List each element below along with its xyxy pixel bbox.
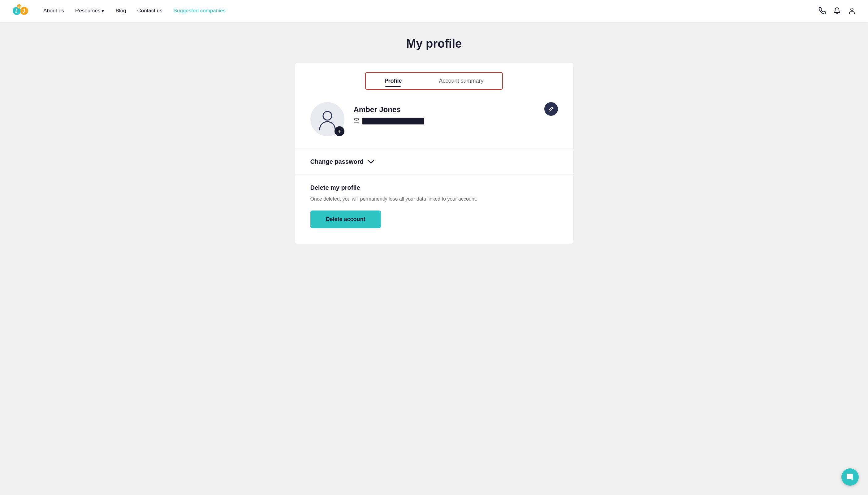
svg-text:J: J bbox=[22, 8, 25, 14]
profile-section: + Amber Jones bbox=[295, 90, 573, 149]
page-title: My profile bbox=[217, 37, 651, 50]
phone-icon-button[interactable] bbox=[818, 7, 826, 15]
profile-info: Amber Jones bbox=[354, 102, 558, 124]
email-redacted bbox=[362, 118, 424, 124]
change-password-label: Change password bbox=[311, 158, 364, 165]
dropdown-chevron-icon: ▾ bbox=[102, 8, 104, 14]
profile-card: Profile Account summary + Amber Jones bbox=[295, 63, 573, 244]
email-icon bbox=[354, 118, 359, 124]
svg-point-6 bbox=[851, 8, 853, 11]
navbar: J J 18 About us Resources ▾ Blog Contact… bbox=[0, 0, 868, 22]
delete-profile-title: Delete my profile bbox=[311, 184, 558, 191]
nav-links: About us Resources ▾ Blog Contact us Sug… bbox=[43, 8, 818, 14]
chevron-down-icon bbox=[368, 158, 374, 165]
page: My profile Profile Account summary + bbox=[211, 22, 657, 262]
nav-suggested-companies[interactable]: Suggested companies bbox=[174, 8, 226, 14]
edit-profile-button[interactable] bbox=[544, 102, 558, 116]
profile-email-row bbox=[354, 118, 558, 124]
logo[interactable]: J J 18 bbox=[12, 3, 31, 18]
notification-icon-button[interactable] bbox=[833, 7, 841, 15]
nav-icons bbox=[818, 7, 856, 15]
profile-name: Amber Jones bbox=[354, 105, 558, 114]
delete-section: Delete my profile Once deleted, you will… bbox=[295, 175, 573, 244]
nav-blog[interactable]: Blog bbox=[116, 8, 126, 14]
nav-contact-us[interactable]: Contact us bbox=[137, 8, 162, 14]
tabs-section: Profile Account summary bbox=[295, 63, 573, 90]
nav-about-us[interactable]: About us bbox=[43, 8, 64, 14]
svg-text:J: J bbox=[15, 8, 18, 14]
avatar-container: + bbox=[311, 102, 344, 136]
user-icon-button[interactable] bbox=[848, 7, 856, 15]
svg-point-7 bbox=[323, 112, 332, 120]
tab-account-summary[interactable]: Account summary bbox=[420, 73, 502, 89]
delete-profile-description: Once deleted, you will permanently lose … bbox=[311, 196, 558, 202]
avatar-add-photo-button[interactable]: + bbox=[335, 126, 344, 136]
chat-widget-button[interactable] bbox=[842, 468, 859, 486]
tabs-container: Profile Account summary bbox=[365, 72, 502, 90]
nav-resources[interactable]: Resources ▾ bbox=[75, 8, 104, 14]
delete-account-button[interactable]: Delete account bbox=[311, 210, 381, 228]
change-password-section[interactable]: Change password bbox=[295, 149, 573, 175]
svg-text:18: 18 bbox=[18, 5, 21, 8]
svg-rect-8 bbox=[354, 119, 359, 122]
tab-profile[interactable]: Profile bbox=[366, 73, 420, 89]
